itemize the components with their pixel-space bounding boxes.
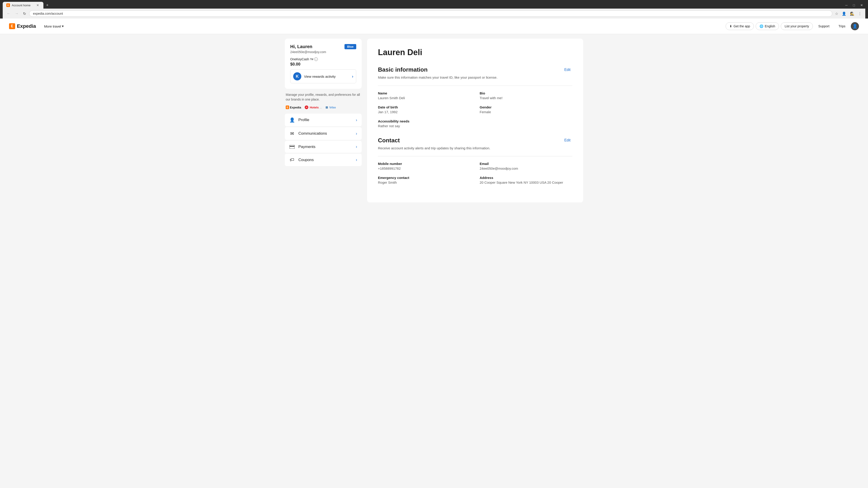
more-travel-chevron: ▾ xyxy=(62,24,64,28)
contact-header: Contact Edit xyxy=(378,137,572,144)
new-tab-button[interactable]: + xyxy=(44,2,51,8)
header-actions: ⬇ Get the app 🌐 English List your proper… xyxy=(725,22,859,30)
basic-info-divider xyxy=(378,86,572,86)
field-value-address: 20 Cooper Square New York NY 10003 USA 2… xyxy=(480,181,572,184)
payments-icon xyxy=(289,145,295,149)
language-button[interactable]: 🌐 English xyxy=(756,22,779,30)
sidebar-label-payments: Payments xyxy=(298,144,352,149)
field-accessibility: Accessibility needs Rather not say xyxy=(378,119,471,128)
onekeycash-label-row: OneKeyCash TM i xyxy=(290,57,356,61)
active-tab[interactable]: E Account home ✕ xyxy=(3,2,43,8)
page: E Expedia More travel ▾ ⬇ Get the app 🌐 … xyxy=(0,19,868,488)
field-value-name: Lauren Smith Deli xyxy=(378,96,471,100)
svg-rect-2 xyxy=(289,145,294,149)
content-wrapper: Hi, Lauren Blue 24ee050e@moodjoy.com One… xyxy=(276,34,592,207)
logo-icon: E xyxy=(9,23,15,29)
profile-full-name: Lauren Deli xyxy=(378,48,572,57)
refresh-button[interactable]: ↻ xyxy=(22,11,27,17)
sidebar-label-profile: Profile xyxy=(298,118,352,122)
field-value-gender: Female xyxy=(480,110,572,114)
svg-rect-3 xyxy=(289,146,294,147)
field-label-accessibility: Accessibility needs xyxy=(378,119,471,123)
field-label-bio: Bio xyxy=(480,91,572,95)
tab-favicon: E xyxy=(6,3,10,7)
sidebar-item-profile[interactable]: 👤 Profile › xyxy=(285,113,362,126)
get-app-label: Get the app xyxy=(734,24,750,28)
field-name: Name Lauren Smith Deli xyxy=(378,91,471,100)
tm-label: TM xyxy=(310,58,313,61)
incognito-button[interactable]: 🕵 xyxy=(849,11,855,17)
sidebar-item-communications[interactable]: ✉ Communications › xyxy=(285,127,362,140)
rewards-chevron: › xyxy=(352,74,353,79)
field-mobile: Mobile number +18588991782 xyxy=(378,162,471,170)
user-email: 24ee050e@moodjoy.com xyxy=(290,50,356,54)
svg-text:E: E xyxy=(7,4,9,6)
list-property-label: List your property xyxy=(784,24,809,28)
field-dob: Date of birth Jan 17, 1992 xyxy=(378,105,471,114)
logo-text: Expedia xyxy=(17,23,36,29)
close-button[interactable]: ✕ xyxy=(858,2,865,8)
sidebar-item-coupons[interactable]: 🏷 Coupons › xyxy=(285,154,362,166)
get-app-icon: ⬇ xyxy=(730,24,732,28)
field-label-gender: Gender xyxy=(480,105,572,109)
basic-info-header: Basic information Edit xyxy=(378,66,572,73)
tab-close-button[interactable]: ✕ xyxy=(36,3,40,7)
field-bio: Bio Travel with me! xyxy=(480,91,572,100)
profile-chevron: › xyxy=(356,118,357,123)
bookmark-button[interactable]: ☆ xyxy=(834,11,839,17)
back-button[interactable]: ← xyxy=(5,11,12,17)
contact-title: Contact xyxy=(378,137,400,144)
trips-button[interactable]: Trips xyxy=(835,23,849,30)
onekeycash-label: OneKeyCash xyxy=(290,57,309,61)
more-travel-button[interactable]: More travel ▾ xyxy=(41,22,66,30)
contact-section: Contact Edit Receive account activity al… xyxy=(378,137,572,185)
more-travel-label: More travel xyxy=(44,24,61,28)
field-label-dob: Date of birth xyxy=(378,105,471,109)
address-bar[interactable] xyxy=(29,10,832,17)
expedia-logo[interactable]: E Expedia xyxy=(9,23,36,29)
forward-button[interactable]: → xyxy=(13,11,20,17)
browser-toolbar: ← → ↻ ☆ 👤 🕵 ⋮ xyxy=(3,8,865,19)
main-content: Lauren Deli Basic information Edit Make … xyxy=(367,39,583,202)
field-emergency: Emergency contact Roger Smith xyxy=(378,176,471,184)
basic-info-edit-button[interactable]: Edit xyxy=(562,67,572,73)
menu-button[interactable]: ⋮ xyxy=(857,11,863,17)
manage-text: Manage your profile, rewards, and prefer… xyxy=(285,92,362,102)
list-property-button[interactable]: List your property xyxy=(781,22,813,30)
minimize-button[interactable]: ─ xyxy=(843,2,850,8)
field-label-name: Name xyxy=(378,91,471,95)
profile-button[interactable]: 👤 xyxy=(841,11,847,17)
browser-chrome: E Account home ✕ + ─ □ ✕ ← → ↻ ☆ 👤 🕵 ⋮ xyxy=(0,0,868,19)
expedia-brand-logo: E Expedia xyxy=(286,105,301,109)
contact-subtitle: Receive account activity alerts and trip… xyxy=(378,146,572,151)
sidebar-label-communications: Communications xyxy=(298,131,352,136)
hotels-brand-logo: HHotels... xyxy=(305,105,322,109)
field-email: Email 24ee050e@moodjoy.com xyxy=(480,162,572,170)
field-value-mobile: +18588991782 xyxy=(378,166,471,170)
trips-label: Trips xyxy=(838,24,845,28)
sidebar: Hi, Lauren Blue 24ee050e@moodjoy.com One… xyxy=(285,39,362,202)
sidebar-item-payments[interactable]: Payments › xyxy=(285,141,362,153)
field-label-emergency: Emergency contact xyxy=(378,176,471,180)
contact-edit-button[interactable]: Edit xyxy=(562,137,572,143)
basic-info-fields: Name Lauren Smith Deli Bio Travel with m… xyxy=(378,91,572,128)
user-avatar-button[interactable]: 👤 xyxy=(851,22,859,30)
get-app-button[interactable]: ⬇ Get the app xyxy=(725,22,754,30)
field-value-dob: Jan 17, 1992 xyxy=(378,110,471,114)
field-value-emergency: Roger Smith xyxy=(378,181,471,184)
info-icon[interactable]: i xyxy=(314,57,318,61)
rewards-link[interactable]: K View rewards activity › xyxy=(290,69,356,84)
language-icon: 🌐 xyxy=(760,24,763,28)
payments-chevron: › xyxy=(356,144,357,149)
field-label-address: Address xyxy=(480,176,572,180)
rewards-icon: K xyxy=(293,72,301,80)
maximize-button[interactable]: □ xyxy=(851,2,857,8)
field-address: Address 20 Cooper Square New York NY 100… xyxy=(480,176,572,184)
field-label-mobile: Mobile number xyxy=(378,162,471,166)
contact-fields: Mobile number +18588991782 Email 24ee050… xyxy=(378,162,572,184)
basic-info-section: Basic information Edit Make sure this in… xyxy=(378,66,572,128)
support-button[interactable]: Support xyxy=(815,23,833,30)
user-greeting-row: Hi, Lauren Blue xyxy=(290,44,356,49)
communications-icon: ✉ xyxy=(289,131,295,136)
field-value-email: 24ee050e@moodjoy.com xyxy=(480,166,572,170)
